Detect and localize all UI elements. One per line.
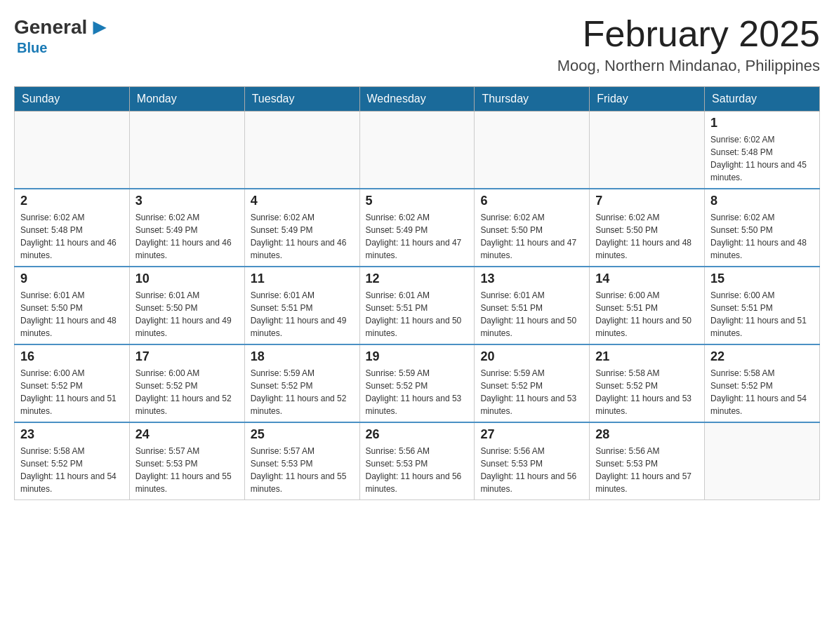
- day-number: 15: [710, 271, 814, 286]
- calendar-day-cell: 8Sunrise: 6:02 AM Sunset: 5:50 PM Daylig…: [705, 189, 820, 267]
- day-number: 20: [480, 349, 583, 364]
- day-info: Sunrise: 5:59 AM Sunset: 5:52 PM Dayligh…: [251, 367, 354, 417]
- calendar-day-cell: [705, 422, 820, 500]
- calendar-day-cell: 27Sunrise: 5:56 AM Sunset: 5:53 PM Dayli…: [475, 422, 590, 500]
- day-number: 5: [366, 194, 469, 208]
- logo-arrow-icon: ►: [88, 14, 111, 40]
- day-of-week-header: Friday: [590, 87, 705, 112]
- logo-general-text: General: [14, 16, 87, 39]
- calendar-day-cell: [244, 112, 359, 189]
- calendar-day-cell: 4Sunrise: 6:02 AM Sunset: 5:49 PM Daylig…: [244, 189, 359, 267]
- page-header: General ► Blue February 2025 Moog, North…: [14, 14, 820, 75]
- day-info: Sunrise: 6:00 AM Sunset: 5:51 PM Dayligh…: [595, 289, 699, 340]
- day-info: Sunrise: 6:02 AM Sunset: 5:50 PM Dayligh…: [710, 211, 814, 262]
- calendar-day-cell: 25Sunrise: 5:57 AM Sunset: 5:53 PM Dayli…: [244, 422, 359, 500]
- day-info: Sunrise: 5:58 AM Sunset: 5:52 PM Dayligh…: [20, 445, 124, 495]
- day-of-week-header: Monday: [129, 87, 244, 112]
- calendar-week-row: 9Sunrise: 6:01 AM Sunset: 5:50 PM Daylig…: [15, 267, 820, 344]
- calendar-day-cell: 6Sunrise: 6:02 AM Sunset: 5:50 PM Daylig…: [475, 189, 590, 267]
- day-number: 12: [366, 271, 469, 286]
- day-of-week-header: Thursday: [475, 87, 590, 112]
- calendar-day-cell: 13Sunrise: 6:01 AM Sunset: 5:51 PM Dayli…: [475, 267, 590, 344]
- day-info: Sunrise: 6:02 AM Sunset: 5:50 PM Dayligh…: [595, 211, 699, 262]
- calendar-day-cell: 1Sunrise: 6:02 AM Sunset: 5:48 PM Daylig…: [705, 112, 820, 189]
- calendar-day-cell: 28Sunrise: 5:56 AM Sunset: 5:53 PM Dayli…: [590, 422, 705, 500]
- day-number: 23: [20, 427, 124, 442]
- day-number: 16: [20, 349, 124, 364]
- calendar-day-cell: 3Sunrise: 6:02 AM Sunset: 5:49 PM Daylig…: [129, 189, 244, 267]
- day-number: 18: [251, 349, 354, 364]
- day-of-week-header: Tuesday: [244, 87, 359, 112]
- calendar-day-cell: 16Sunrise: 6:00 AM Sunset: 5:52 PM Dayli…: [15, 344, 130, 422]
- calendar-day-cell: 5Sunrise: 6:02 AM Sunset: 5:49 PM Daylig…: [359, 189, 475, 267]
- calendar-day-cell: 12Sunrise: 6:01 AM Sunset: 5:51 PM Dayli…: [359, 267, 475, 344]
- day-info: Sunrise: 6:02 AM Sunset: 5:49 PM Dayligh…: [135, 211, 239, 262]
- calendar-day-cell: [590, 112, 705, 189]
- day-number: 25: [251, 427, 354, 442]
- day-info: Sunrise: 6:01 AM Sunset: 5:51 PM Dayligh…: [480, 289, 583, 340]
- calendar-day-cell: 17Sunrise: 6:00 AM Sunset: 5:52 PM Dayli…: [129, 344, 244, 422]
- day-number: 17: [135, 349, 239, 364]
- day-number: 6: [480, 194, 583, 208]
- day-number: 9: [20, 271, 124, 286]
- day-number: 26: [366, 427, 469, 442]
- day-number: 10: [135, 271, 239, 286]
- calendar-week-row: 1Sunrise: 6:02 AM Sunset: 5:48 PM Daylig…: [15, 112, 820, 189]
- calendar-week-row: 2Sunrise: 6:02 AM Sunset: 5:48 PM Daylig…: [15, 189, 820, 267]
- day-info: Sunrise: 6:00 AM Sunset: 5:52 PM Dayligh…: [20, 367, 124, 417]
- day-number: 19: [366, 349, 469, 364]
- calendar-day-cell: 19Sunrise: 5:59 AM Sunset: 5:52 PM Dayli…: [359, 344, 475, 422]
- calendar-day-cell: 2Sunrise: 6:02 AM Sunset: 5:48 PM Daylig…: [15, 189, 130, 267]
- calendar-day-cell: 10Sunrise: 6:01 AM Sunset: 5:50 PM Dayli…: [129, 267, 244, 344]
- day-number: 21: [595, 349, 699, 364]
- month-title: February 2025: [557, 14, 820, 54]
- day-number: 2: [20, 194, 124, 208]
- day-number: 3: [135, 194, 239, 208]
- calendar-day-cell: 18Sunrise: 5:59 AM Sunset: 5:52 PM Dayli…: [244, 344, 359, 422]
- day-number: 7: [595, 194, 699, 208]
- day-of-week-header: Saturday: [705, 87, 820, 112]
- day-info: Sunrise: 6:02 AM Sunset: 5:48 PM Dayligh…: [710, 133, 814, 184]
- day-info: Sunrise: 5:57 AM Sunset: 5:53 PM Dayligh…: [135, 445, 239, 495]
- calendar-day-cell: 15Sunrise: 6:00 AM Sunset: 5:51 PM Dayli…: [705, 267, 820, 344]
- calendar-day-cell: 22Sunrise: 5:58 AM Sunset: 5:52 PM Dayli…: [705, 344, 820, 422]
- calendar-header-row: SundayMondayTuesdayWednesdayThursdayFrid…: [15, 87, 820, 112]
- day-info: Sunrise: 5:59 AM Sunset: 5:52 PM Dayligh…: [480, 367, 583, 417]
- day-number: 4: [251, 194, 354, 208]
- day-number: 8: [710, 194, 814, 208]
- calendar-week-row: 16Sunrise: 6:00 AM Sunset: 5:52 PM Dayli…: [15, 344, 820, 422]
- calendar-day-cell: 21Sunrise: 5:58 AM Sunset: 5:52 PM Dayli…: [590, 344, 705, 422]
- calendar-day-cell: [15, 112, 130, 189]
- day-info: Sunrise: 6:02 AM Sunset: 5:48 PM Dayligh…: [20, 211, 124, 262]
- calendar-table: SundayMondayTuesdayWednesdayThursdayFrid…: [14, 86, 820, 500]
- day-info: Sunrise: 5:58 AM Sunset: 5:52 PM Dayligh…: [710, 367, 814, 417]
- day-number: 27: [480, 427, 583, 442]
- calendar-day-cell: 14Sunrise: 6:00 AM Sunset: 5:51 PM Dayli…: [590, 267, 705, 344]
- calendar-day-cell: 11Sunrise: 6:01 AM Sunset: 5:51 PM Dayli…: [244, 267, 359, 344]
- logo: General ► Blue: [14, 14, 112, 56]
- title-block: February 2025 Moog, Northern Mindanao, P…: [557, 14, 820, 75]
- day-number: 14: [595, 271, 699, 286]
- day-info: Sunrise: 6:01 AM Sunset: 5:51 PM Dayligh…: [251, 289, 354, 340]
- day-number: 28: [595, 427, 699, 442]
- calendar-week-row: 23Sunrise: 5:58 AM Sunset: 5:52 PM Dayli…: [15, 422, 820, 500]
- calendar-day-cell: 23Sunrise: 5:58 AM Sunset: 5:52 PM Dayli…: [15, 422, 130, 500]
- calendar-day-cell: 20Sunrise: 5:59 AM Sunset: 5:52 PM Dayli…: [475, 344, 590, 422]
- calendar-day-cell: 26Sunrise: 5:56 AM Sunset: 5:53 PM Dayli…: [359, 422, 475, 500]
- day-number: 1: [710, 116, 814, 130]
- day-info: Sunrise: 6:02 AM Sunset: 5:49 PM Dayligh…: [366, 211, 469, 262]
- day-info: Sunrise: 6:01 AM Sunset: 5:50 PM Dayligh…: [20, 289, 124, 340]
- calendar-day-cell: [475, 112, 590, 189]
- day-info: Sunrise: 5:56 AM Sunset: 5:53 PM Dayligh…: [480, 445, 583, 495]
- logo-blue-text: Blue: [17, 40, 47, 56]
- calendar-day-cell: 7Sunrise: 6:02 AM Sunset: 5:50 PM Daylig…: [590, 189, 705, 267]
- calendar-day-cell: 9Sunrise: 6:01 AM Sunset: 5:50 PM Daylig…: [15, 267, 130, 344]
- day-info: Sunrise: 6:00 AM Sunset: 5:51 PM Dayligh…: [710, 289, 814, 340]
- day-number: 22: [710, 349, 814, 364]
- day-info: Sunrise: 6:02 AM Sunset: 5:49 PM Dayligh…: [251, 211, 354, 262]
- day-info: Sunrise: 5:56 AM Sunset: 5:53 PM Dayligh…: [366, 445, 469, 495]
- day-info: Sunrise: 6:01 AM Sunset: 5:51 PM Dayligh…: [366, 289, 469, 340]
- calendar-day-cell: [359, 112, 475, 189]
- day-info: Sunrise: 5:58 AM Sunset: 5:52 PM Dayligh…: [595, 367, 699, 417]
- day-info: Sunrise: 5:59 AM Sunset: 5:52 PM Dayligh…: [366, 367, 469, 417]
